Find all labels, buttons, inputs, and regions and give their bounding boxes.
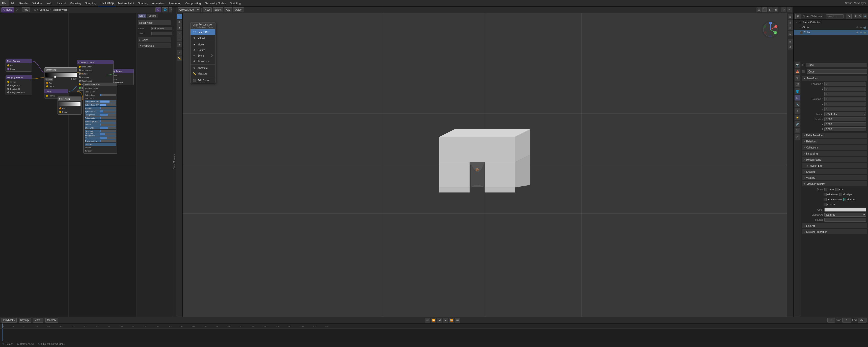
outliner-view-btn2[interactable]: 🖱 [858, 15, 862, 19]
menu-shading[interactable]: Shading [136, 0, 150, 6]
vp-view-tool4[interactable]: ◷ [788, 31, 793, 36]
color-section[interactable]: ▶ Color [138, 37, 171, 42]
principled-bsdf-panel[interactable]: Principled BSDF Random Node Base Color S… [83, 83, 117, 153]
transform-header[interactable]: ▼ Transform [802, 76, 867, 81]
outliner-view-btn1[interactable]: 👁 [854, 15, 858, 19]
overlays-btn[interactable]: ⊞ [781, 7, 786, 12]
vp-view-btn[interactable]: View [203, 7, 212, 12]
rotate-tool[interactable]: ↺ [177, 31, 182, 36]
playback-btn[interactable]: Playback ▾ [1, 318, 17, 323]
menu-render[interactable]: Render [18, 0, 31, 6]
outliner-view-btn3[interactable]: 📹 [863, 15, 867, 19]
gizmo-btn[interactable]: ✛ [787, 7, 792, 12]
motion-blur-header[interactable]: ▶ Motion Blur [802, 163, 867, 168]
cube-select[interactable]: 🖱 [860, 31, 862, 34]
motion-paths-header[interactable]: ▶ Motion Paths [802, 157, 867, 162]
vp-object-btn[interactable]: Object [233, 7, 244, 12]
shadow-checkbox[interactable]: ✓ [843, 198, 846, 201]
jump-to-end-btn[interactable]: ⏭ [455, 318, 460, 323]
relations-header[interactable]: ▶ Relations [802, 139, 867, 144]
timeline-ruler[interactable]: 0 10 20 30 40 50 60 70 80 90 100 110 120… [0, 323, 868, 328]
ctx-move[interactable]: ✦ Move [190, 42, 215, 47]
menu-animation[interactable]: Animation [150, 0, 166, 6]
cursor-tool[interactable]: ✛ [177, 20, 182, 25]
world-btn[interactable]: 🌐 [162, 7, 168, 12]
all-edges-checkbox[interactable] [839, 193, 842, 196]
node-canvas[interactable]: Mapping Texture Vector Height: 1.00 Deta… [0, 13, 136, 317]
menu-modeling[interactable]: Modeling [68, 0, 83, 6]
scale-y-value[interactable]: 3.000 [824, 122, 866, 126]
ctx-select-box[interactable]: ⬚ Select Box [190, 29, 215, 35]
start-frame[interactable]: 1 [842, 318, 851, 322]
name-checkbox[interactable] [824, 188, 827, 191]
menu-texture-paint[interactable]: Texture Paint [116, 0, 136, 6]
vp-view-tool5[interactable]: ⊟ [788, 39, 793, 44]
shading-header[interactable]: ▶ Shading [802, 169, 867, 174]
outliner-filter-btn[interactable]: ⊞ [795, 14, 801, 19]
keying-btn[interactable]: Keying ▾ [19, 318, 31, 323]
vp-view-tool1[interactable]: ⊞ [788, 14, 793, 19]
rot-x-value[interactable]: 0° [824, 97, 866, 101]
circle-render[interactable]: 📹 [863, 26, 866, 29]
ctx-rotate[interactable]: ↺ Rotate [190, 47, 215, 53]
scale-x-value[interactable]: 3.000 [824, 117, 866, 121]
mode-value[interactable]: XYZ Euler ▾ [824, 112, 866, 116]
prop-view-layer-icon[interactable]: 🗍 [795, 75, 800, 81]
n-tab-options[interactable]: Options [147, 14, 158, 18]
measure-tool[interactable]: 📏 [177, 56, 182, 61]
prop-render-icon[interactable]: 📷 [795, 62, 800, 68]
step-forward-btn[interactable]: ⏩ [449, 318, 454, 323]
object-mode-btn[interactable]: Object Mode ▾ [178, 7, 200, 12]
prop-modifier-icon[interactable]: 🔧 [795, 102, 800, 107]
cube-eye[interactable]: 👁 [856, 31, 859, 34]
circle-eye[interactable]: 👁 [856, 26, 859, 29]
line-art-header[interactable]: ▶ Line Art [802, 223, 867, 228]
ctx-measure[interactable]: 📏 Measure [190, 71, 215, 76]
display-as-value[interactable]: Textured ▾ [824, 213, 866, 217]
reset-node-btn[interactable]: Reset Node [138, 20, 171, 25]
wireframe-checkbox[interactable] [824, 193, 827, 196]
custom-properties-header[interactable]: ▶ Custom Properties [802, 229, 867, 234]
loc-y-value[interactable]: 0° [824, 87, 866, 91]
scale-tool[interactable]: ⇔ [177, 36, 182, 41]
scale-z-value[interactable]: 3.000 [824, 127, 866, 131]
menu-file[interactable]: File [0, 0, 8, 6]
viewport-canvas[interactable]: User Perspective (1) Collection | Cube ⬚… [183, 13, 787, 317]
shader-btn[interactable]: ⬡ [155, 7, 161, 12]
rot-y-value[interactable]: 0° [824, 102, 866, 106]
viewport-3d[interactable]: Object Mode ▾ View Select Add Object ⬡ ⬛… [176, 6, 793, 317]
prop-world-icon[interactable]: 🌐 [795, 88, 800, 94]
outliner-scene-collection[interactable]: ▼ 🗂 Scene Collection [794, 20, 868, 25]
solid-btn[interactable]: ⬛ [762, 7, 767, 12]
rot-z-value[interactable]: 0° [824, 107, 866, 111]
outliner-circle[interactable]: ○ Circle 👁 🖱 📹 [794, 25, 868, 30]
rendered-btn[interactable]: ◉ [773, 7, 778, 12]
vp-view-tool2[interactable]: ◎ [788, 20, 793, 25]
prop-physics-icon[interactable]: ⚡ [795, 115, 800, 120]
menu-help[interactable]: Help [44, 0, 54, 6]
texture-space-checkbox[interactable] [824, 198, 827, 201]
step-back-btn[interactable]: ⏪ [431, 318, 436, 323]
menu-compositing[interactable]: Compositing [183, 0, 203, 6]
outliner-search[interactable] [826, 15, 844, 19]
current-frame[interactable]: 1 [827, 318, 835, 322]
ctx-cursor[interactable]: ✛ Cursor [190, 35, 215, 40]
prop-output-icon[interactable]: 📤 [795, 69, 800, 74]
prop-material-icon[interactable]: ⬡ [795, 134, 800, 140]
prop-scene-icon[interactable]: 🎬 [795, 82, 800, 87]
color-picker[interactable] [824, 208, 866, 212]
play-btn[interactable]: ▶ [443, 318, 448, 323]
node-menu-btn[interactable]: ▽ Node [1, 7, 14, 12]
viewport-display-header[interactable]: ▼ Viewport Display [802, 181, 867, 186]
loc-z-value[interactable]: 0° [824, 92, 866, 96]
select-tool[interactable]: ⬚ [177, 14, 182, 19]
transform-tool[interactable]: ⊕ [177, 42, 182, 47]
add-node-btn[interactable]: Add [22, 7, 30, 12]
prop-particles-icon[interactable]: ✦ [795, 108, 800, 114]
prop-constraints-icon[interactable]: 🔗 [795, 121, 800, 127]
prop-object-icon[interactable]: ⬡ [795, 95, 800, 100]
menu-geometry-nodes[interactable]: Geometry Nodes [203, 0, 228, 6]
menu-sculpting[interactable]: Sculpting [83, 0, 98, 6]
axis-checkbox[interactable] [835, 188, 838, 191]
material-preview-btn[interactable]: ◐ [768, 7, 773, 12]
